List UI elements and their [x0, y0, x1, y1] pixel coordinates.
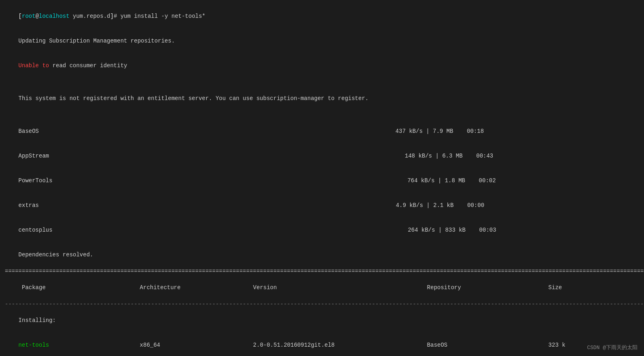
- repo-extras: extras4.9 kB/s | 2.1 kB 00:00: [5, 193, 639, 218]
- package-row-net-tools: net-toolsx86_642.0-0.51.20160912git.el8B…: [5, 333, 639, 356]
- separator-solid-1: ========================================…: [5, 267, 639, 275]
- line-updating: Updating Subscription Management reposit…: [5, 29, 639, 53]
- terminal-window: [root@localhost yum.repos.d]# yum instal…: [0, 0, 644, 356]
- repo-baseos: BaseOS437 kB/s | 7.9 MB 00:18: [5, 119, 639, 144]
- separator-dashed-1: ----------------------------------------…: [5, 300, 639, 308]
- line-dependencies: Dependencies resolved.: [5, 243, 639, 267]
- prompt-line: [root@localhost yum.repos.d]# yum instal…: [5, 4, 639, 29]
- repo-centosplus: centosplus264 kB/s | 833 kB 00:03: [5, 218, 639, 243]
- repo-powertools: PowerTools764 kB/s | 1.8 MB 00:02: [5, 168, 639, 193]
- line-blank1: [5, 78, 639, 86]
- prompt-space: yum.repos.d: [70, 13, 110, 19]
- prompt-symbol: #: [114, 13, 121, 19]
- repo-appstream: AppStream148 kB/s | 6.3 MB 00:43: [5, 144, 639, 168]
- watermark: CSDN @下雨天的太阳: [587, 344, 638, 351]
- command-text: yum install -y net-tools*: [121, 13, 205, 19]
- line-unable: Unable to read consumer identity: [5, 53, 639, 78]
- prompt-host: localhost: [39, 13, 70, 19]
- bracket-open: [: [19, 13, 22, 19]
- prompt-user: root: [22, 13, 36, 19]
- line-not-registered: This system is not registered with an en…: [5, 86, 639, 111]
- bracket-close: ]: [110, 13, 113, 19]
- line-blank2: [5, 111, 639, 119]
- table-header: PackageArchitectureVersionRepositorySize: [5, 275, 639, 300]
- prompt-at: @: [36, 13, 39, 19]
- section-installing: Installing:: [5, 308, 639, 333]
